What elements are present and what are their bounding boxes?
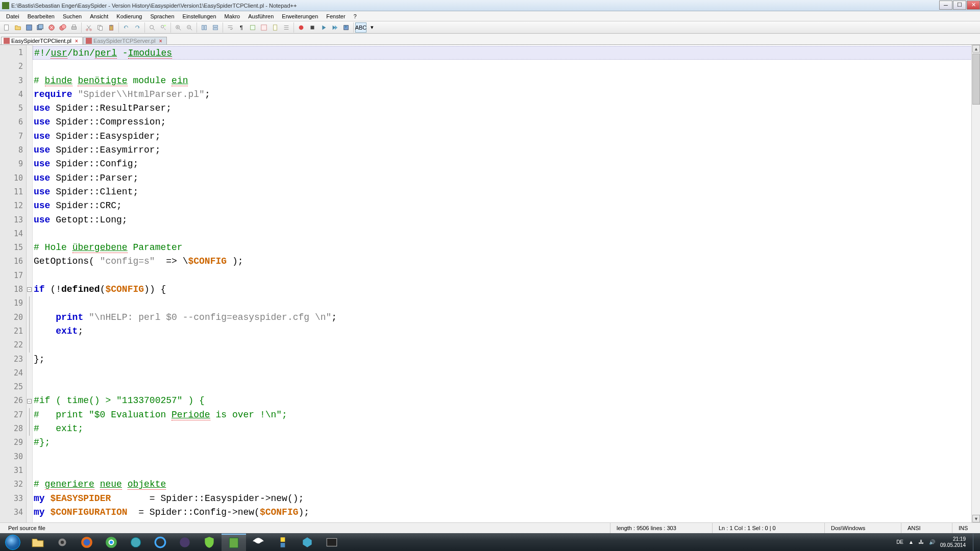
editor[interactable]: 1234567891011121314151617181920212223242… [0, 45, 980, 522]
wrap-icon[interactable] [225, 22, 236, 33]
taskbar-globe-icon[interactable] [124, 534, 148, 551]
cut-icon[interactable] [83, 22, 94, 33]
menu-einstellungen[interactable]: Einstellungen [179, 12, 220, 20]
taskbar-chrome-icon[interactable] [99, 534, 124, 551]
sync-h-icon[interactable] [210, 22, 221, 33]
systray-sound-icon[interactable]: 🔊 [929, 539, 935, 545]
systray-flag-icon[interactable]: ▲ [909, 539, 914, 545]
start-button[interactable] [0, 534, 26, 551]
undo-icon[interactable] [120, 22, 132, 33]
tab-easyspidertcpserver-pl[interactable]: EasySpiderTCPServer.pl× [83, 37, 167, 44]
systray-clock[interactable]: 21:19 09.05.2014 [940, 536, 966, 548]
code-line[interactable]: #}; [33, 436, 980, 449]
taskbar-notepadpp-icon[interactable] [222, 534, 246, 551]
code-line[interactable]: use Getopt::Long; [33, 213, 980, 227]
code-line[interactable]: my $CONFIGURATION = Spider::Config->new(… [33, 506, 980, 519]
code-line[interactable]: #!/usr/bin/perl -Imodules [33, 46, 980, 60]
taskbar-shield-icon[interactable] [197, 534, 222, 551]
code-line[interactable] [33, 269, 980, 283]
code-line[interactable]: use Spider::Parser; [33, 171, 980, 185]
tab-easyspidertcpclient-pl[interactable]: EasySpiderTCPClient.pl× [1, 37, 83, 44]
stop-macro-icon[interactable] [307, 22, 318, 33]
code-line[interactable] [33, 380, 980, 394]
copy-icon[interactable] [94, 22, 106, 33]
menu-makro[interactable]: Makro [220, 12, 244, 20]
func-list-icon[interactable] [281, 22, 292, 33]
systray-network-icon[interactable]: 🖧 [919, 539, 924, 545]
doc-map-icon[interactable] [270, 22, 281, 33]
code-line[interactable]: GetOptions( "config=s" => \$CONFIG ); [33, 255, 980, 268]
taskbar-cube-icon[interactable] [295, 534, 320, 551]
code-line[interactable]: use Spider::Easymirror; [33, 143, 980, 157]
show-all-chars-icon[interactable]: ¶ [236, 22, 247, 33]
status-insert[interactable]: INS [952, 523, 978, 533]
code-line[interactable] [33, 366, 980, 380]
play-multi-icon[interactable] [329, 22, 340, 33]
code-line[interactable]: # Hole übergebene Parameter [33, 241, 980, 255]
code-line[interactable]: use Spider::Client; [33, 185, 980, 199]
code-line[interactable]: # generiere neue objekte [33, 478, 980, 491]
taskbar-gear-icon[interactable] [50, 534, 75, 551]
spellcheck-icon[interactable]: ABC [355, 22, 366, 33]
close-button[interactable]: ✕ [967, 1, 980, 10]
code-line[interactable] [33, 60, 980, 73]
play-macro-icon[interactable] [318, 22, 329, 33]
code-line[interactable]: if (!defined($CONFIG)) { [33, 283, 980, 296]
taskbar-sync-icon[interactable] [148, 534, 173, 551]
tab-close-icon[interactable]: × [158, 38, 163, 43]
code-line[interactable]: # exit; [33, 422, 980, 436]
minimize-button[interactable]: ─ [939, 1, 952, 10]
zoom-out-icon[interactable] [184, 22, 195, 33]
fold-cell[interactable]: − [27, 394, 32, 408]
code-line[interactable] [33, 227, 980, 241]
menu-erweiterungen[interactable]: Erweiterungen [278, 12, 322, 20]
code-line[interactable]: use Spider::Config; [33, 157, 980, 171]
spellcheck-dropdown-icon[interactable]: ▾ [366, 22, 378, 33]
user-lang-icon[interactable] [258, 22, 270, 33]
scroll-up-icon[interactable]: ▲ [972, 45, 980, 53]
show-desktop-button[interactable] [973, 534, 977, 551]
save-icon[interactable] [23, 22, 35, 33]
status-eol[interactable]: Dos\Windows [825, 523, 901, 533]
record-macro-icon[interactable] [296, 22, 307, 33]
close-all-icon[interactable] [57, 22, 68, 33]
sync-v-icon[interactable] [199, 22, 210, 33]
close-file-icon[interactable] [46, 22, 57, 33]
scroll-down-icon[interactable]: ▼ [972, 515, 980, 522]
menu-sprachen[interactable]: Sprachen [146, 12, 178, 20]
systray-lang[interactable]: DE [896, 539, 903, 545]
redo-icon[interactable] [132, 22, 143, 33]
zoom-in-icon[interactable] [173, 22, 184, 33]
code-line[interactable]: use Spider::Easyspider; [33, 130, 980, 143]
code-line[interactable]: # print "$0 Evaluation Periode is over !… [33, 408, 980, 422]
open-file-icon[interactable] [12, 22, 23, 33]
code-line[interactable] [33, 338, 980, 352]
print-icon[interactable] [68, 22, 80, 33]
code-line[interactable]: # binde benötigte module ein [33, 74, 980, 88]
taskbar-python-icon[interactable] [271, 534, 295, 551]
menu-kodierung[interactable]: Kodierung [112, 12, 146, 20]
fold-cell[interactable]: − [27, 283, 32, 296]
code-line[interactable]: my $EASYSPIDER = Spider::Easyspider->new… [33, 492, 980, 506]
code-line[interactable]: use Spider::Compression; [33, 115, 980, 129]
menu-datei[interactable]: Datei [2, 12, 23, 20]
paste-icon[interactable] [106, 22, 117, 33]
fold-toggle-icon[interactable]: − [27, 287, 32, 292]
fold-margin[interactable]: −− [27, 45, 33, 522]
vertical-scrollbar[interactable]: ▲ ▼ [971, 45, 980, 522]
taskbar-explorer-icon[interactable] [26, 534, 50, 551]
taskbar-eclipse-icon[interactable] [173, 534, 197, 551]
status-encoding[interactable]: ANSI [901, 523, 952, 533]
tab-close-icon[interactable]: × [74, 38, 79, 43]
save-macro-icon[interactable] [340, 22, 352, 33]
new-file-icon[interactable] [1, 22, 12, 33]
taskbar-bat-icon[interactable] [246, 534, 271, 551]
find-icon[interactable] [146, 22, 158, 33]
code-line[interactable] [33, 450, 980, 464]
code-line[interactable]: use Spider::ResultParser; [33, 102, 980, 115]
code-line[interactable] [33, 296, 980, 310]
menu-?[interactable]: ? [350, 12, 361, 20]
menu-suchen[interactable]: Suchen [59, 12, 86, 20]
menu-ausführen[interactable]: Ausführen [244, 12, 278, 20]
code-line[interactable]: #if ( time() > "1133700257" ) { [33, 394, 980, 408]
